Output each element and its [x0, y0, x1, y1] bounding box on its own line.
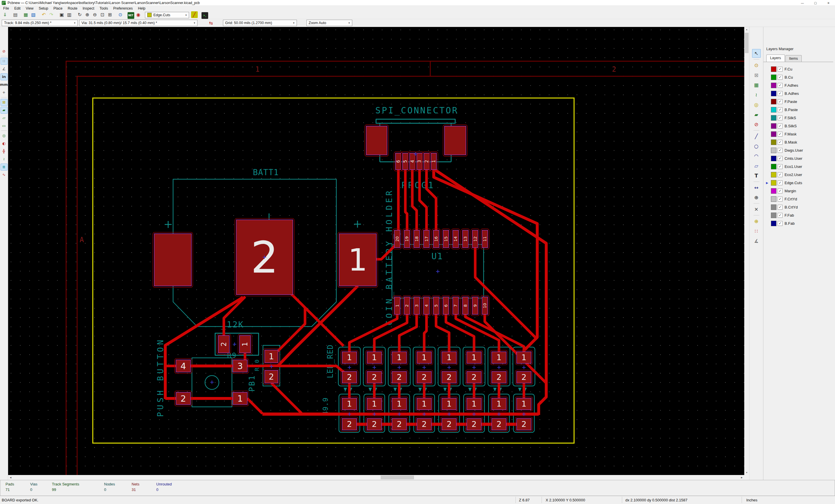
layer-color-swatch[interactable] — [771, 147, 776, 153]
footprint-editor-icon[interactable]: ▦ — [23, 11, 29, 18]
layer-row-dwgs.user[interactable]: ✓Dwgs.User — [763, 146, 833, 154]
layer-visibility-checkbox[interactable]: ✓ — [778, 164, 782, 169]
ratsnest-visibility-icon[interactable]: ⊠ — [1, 99, 7, 106]
layer-color-swatch[interactable] — [771, 132, 776, 137]
layer-row-b.mask[interactable]: ✓B.Mask — [763, 138, 833, 146]
layer-visibility-checkbox[interactable]: ✓ — [778, 148, 782, 153]
layer-row-f.paste[interactable]: ✓F.Paste — [763, 97, 833, 105]
layer-row-b.fab[interactable]: ✓B.Fab — [763, 219, 833, 227]
layer-row-f.fab[interactable]: ✓F.Fab — [763, 211, 833, 219]
layer-color-swatch[interactable] — [771, 66, 776, 72]
layer-visibility-checkbox[interactable]: ✓ — [778, 221, 782, 226]
layer-visibility-checkbox[interactable]: ✓ — [778, 213, 782, 218]
menu-inspect[interactable]: Inspect — [80, 6, 97, 11]
layer-row-eco1.user[interactable]: ✓Eco1.User — [763, 162, 833, 170]
layer-row-f.mask[interactable]: ✓F.Mask — [763, 130, 833, 138]
layer-color-swatch[interactable] — [771, 140, 776, 145]
layer-visibility-checkbox[interactable]: ✓ — [778, 83, 782, 88]
layer-row-f.adhes[interactable]: ✓F.Adhes — [763, 81, 833, 89]
scroll-right-icon[interactable]: ▶ — [739, 475, 744, 480]
auto-track-width-icon[interactable]: ⇆ — [208, 20, 214, 26]
pads-sketch-icon[interactable]: ▱ — [1, 115, 7, 121]
maximize-button[interactable]: ▢ — [809, 0, 822, 6]
select-tool-icon[interactable]: ↖ — [752, 49, 761, 58]
add-keepout-icon[interactable]: ⊘ — [752, 120, 761, 129]
track-width-selector[interactable]: Track: 9.84 mils (0.250 mm) * ▾ — [2, 20, 78, 26]
horizontal-scrollbar[interactable]: ◀ ▶ — [8, 475, 744, 480]
via-size-selector[interactable]: Via: 31.5 mils (0.80 mm)/ 15.7 mils (0.4… — [79, 20, 198, 26]
layer-visibility-checkbox[interactable]: ✓ — [778, 91, 782, 96]
undo-icon[interactable]: ↶ — [41, 11, 47, 18]
layer-color-swatch[interactable] — [771, 115, 776, 121]
tab-items[interactable]: Items — [786, 55, 802, 62]
print-icon[interactable]: ▣ — [59, 11, 65, 18]
find-icon[interactable]: ⊙ — [117, 11, 124, 18]
add-via-icon[interactable]: ◎ — [752, 100, 761, 109]
footprint-viewer-icon[interactable]: ▧ — [30, 11, 37, 18]
layer-color-swatch[interactable] — [771, 83, 776, 88]
layer-row-eco2.user[interactable]: ✓Eco2.User — [763, 170, 833, 179]
tab-layers[interactable]: Layers — [766, 55, 785, 62]
add-graphic-line-icon[interactable]: ╱ — [752, 132, 761, 141]
layer-row-b.silks[interactable]: ✓B.SilkS — [763, 122, 833, 130]
layer-color-swatch[interactable] — [771, 213, 776, 218]
layer-row-f.crtyd[interactable]: ✓F.CrtYd — [763, 195, 833, 203]
minimize-button[interactable]: — — [796, 0, 809, 6]
layer-color-swatch[interactable] — [771, 221, 776, 226]
menu-preferences[interactable]: Preferences — [110, 6, 135, 11]
menu-setup[interactable]: Setup — [36, 6, 51, 11]
menu-view[interactable]: View — [23, 6, 36, 11]
scripting-console-icon[interactable]: >_ — [202, 12, 208, 19]
route-tracks-icon[interactable]: ≀ — [752, 90, 761, 99]
menu-route[interactable]: Route — [65, 6, 80, 11]
scroll-down-icon[interactable]: ▼ — [744, 470, 749, 475]
zone-display-icon[interactable]: ▰ — [1, 107, 7, 114]
layer-row-b.adhes[interactable]: ✓B.Adhes — [763, 89, 833, 97]
pcb-canvas[interactable]: 12ASPI_CONNECTORBATT1COIN_BATTERY_HOLDER… — [8, 27, 744, 475]
layer-color-swatch[interactable] — [771, 204, 776, 210]
vias-sketch-icon[interactable]: ◎ — [1, 132, 7, 139]
grid-origin-icon[interactable]: ∷ — [752, 227, 761, 236]
curved-tracks-icon[interactable]: ≀ — [1, 156, 7, 163]
layer-color-swatch[interactable] — [771, 188, 776, 194]
tracks-sketch-icon[interactable]: ▭ — [1, 122, 7, 129]
menu-edit[interactable]: Edit — [12, 6, 23, 11]
layer-row-cmts.user[interactable]: ✓Cmts.User — [763, 154, 833, 162]
add-footprint-icon[interactable]: ▦ — [752, 81, 761, 89]
zoom-fit-icon[interactable]: ⊡ — [99, 11, 106, 18]
layer-visibility-checkbox[interactable]: ✓ — [778, 140, 782, 145]
layer-visibility-checkbox[interactable]: ✓ — [778, 180, 782, 185]
drill-origin-icon[interactable]: ⊕ — [752, 217, 761, 226]
layer-visibility-checkbox[interactable]: ✓ — [778, 99, 782, 104]
layer-visibility-checkbox[interactable]: ✓ — [778, 123, 782, 128]
horizontal-scroll-thumb[interactable] — [381, 476, 414, 479]
polar-coords-icon[interactable]: ∠ — [1, 65, 7, 73]
menu-tools[interactable]: Tools — [97, 6, 110, 11]
zoom-selection-icon[interactable]: ⊞ — [107, 11, 114, 18]
close-button[interactable]: ✕ — [822, 0, 835, 6]
layer-color-swatch[interactable] — [771, 91, 776, 96]
add-zone-icon[interactable]: ▰ — [752, 110, 761, 119]
zoom-selector[interactable]: Zoom Auto ▾ — [306, 20, 352, 26]
layer-visibility-checkbox[interactable]: ✓ — [778, 197, 782, 202]
add-text-icon[interactable]: T — [752, 172, 761, 180]
page-settings-icon[interactable]: ▤ — [12, 11, 19, 18]
measure-icon[interactable]: ∡ — [752, 237, 761, 245]
layer-visibility-checkbox[interactable]: ✓ — [778, 116, 782, 120]
layer-color-swatch[interactable] — [771, 75, 776, 80]
layer-color-swatch[interactable] — [771, 99, 776, 104]
layer-visibility-checkbox[interactable]: ✓ — [778, 132, 782, 137]
zoom-in-icon[interactable]: ⊕ — [84, 11, 91, 18]
vertical-scrollbar[interactable]: ▲ ▼ — [744, 27, 749, 475]
add-graphic-polygon-icon[interactable]: ▱ — [752, 162, 761, 170]
layer-color-swatch[interactable] — [771, 123, 776, 129]
cursor-shape-icon[interactable]: + — [1, 89, 7, 96]
menu-help[interactable]: Help — [136, 6, 148, 11]
layer-color-swatch[interactable] — [771, 156, 776, 161]
menu-file[interactable]: File — [1, 6, 12, 11]
local-ratsnest-icon[interactable]: ⊠ — [752, 71, 761, 79]
layer-row-edge.cuts[interactable]: ▶✓Edge.Cuts — [763, 179, 833, 187]
pcb-drawing[interactable]: 12ASPI_CONNECTORBATT1COIN_BATTERY_HOLDER… — [8, 27, 744, 475]
layer-visibility-checkbox[interactable]: ✓ — [778, 67, 782, 72]
netlist-icon[interactable]: NET — [127, 12, 134, 19]
